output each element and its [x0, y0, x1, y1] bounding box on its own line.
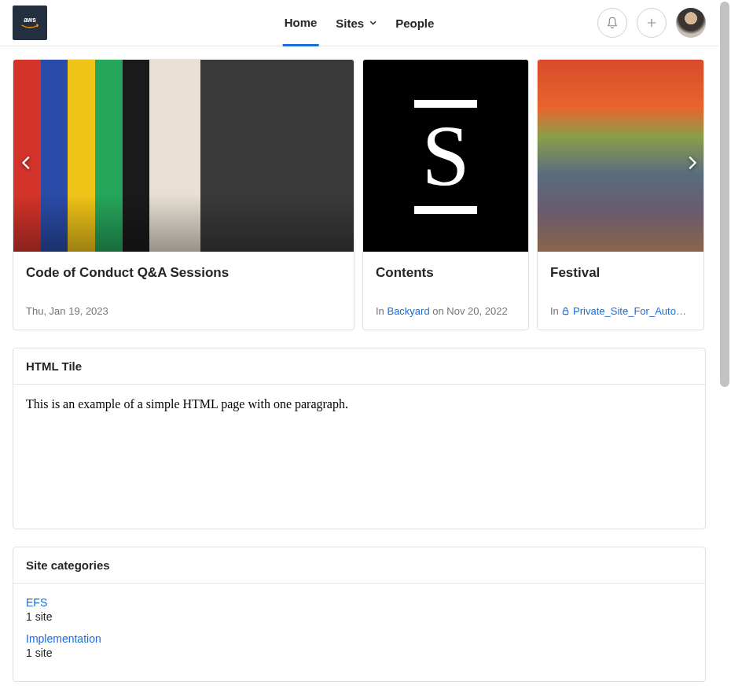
- user-avatar[interactable]: [676, 8, 706, 38]
- card-carousel: Code of Conduct Q&A Sessions Thu, Jan 19…: [13, 59, 706, 330]
- category-item: Implementation 1 site: [26, 632, 692, 659]
- plus-icon: [645, 16, 659, 30]
- nav-sites-label: Sites: [336, 17, 364, 30]
- category-count: 1 site: [26, 610, 692, 623]
- card-meta-prefix: In: [550, 305, 561, 317]
- card-title: Contents: [376, 264, 516, 282]
- category-item: EFS 1 site: [26, 596, 692, 623]
- top-header: aws Home Sites People: [0, 0, 718, 46]
- aws-logo-icon: aws: [18, 15, 42, 31]
- card-image: S: [363, 60, 528, 252]
- bell-icon: [605, 16, 619, 30]
- nav-home[interactable]: Home: [283, 1, 319, 46]
- category-count: 1 site: [26, 647, 692, 659]
- card-meta: Thu, Jan 19, 2023: [26, 305, 341, 317]
- carousel-next-button[interactable]: [681, 152, 703, 174]
- html-tile-panel: HTML Tile This is an example of a simple…: [13, 348, 706, 529]
- scrollbar[interactable]: [718, 0, 731, 700]
- nav-sites[interactable]: Sites: [334, 0, 378, 46]
- add-button[interactable]: [637, 8, 667, 38]
- card-meta-text: Thu, Jan 19, 2023: [26, 305, 108, 317]
- card-meta-link[interactable]: Private_Site_For_Automati…: [573, 305, 691, 317]
- card-body: Festival In Private_Site_For_Automati…: [538, 252, 703, 330]
- svg-rect-1: [564, 311, 568, 315]
- card-meta-prefix: In: [376, 305, 387, 317]
- chevron-left-icon: [18, 154, 35, 171]
- card-body: Contents In Backyard on Nov 20, 2022: [363, 252, 528, 330]
- card-meta-suffix: on Nov 20, 2022: [430, 305, 508, 317]
- carousel-card[interactable]: S Contents In Backyard on Nov 20, 2022: [362, 59, 529, 330]
- category-link[interactable]: EFS: [26, 596, 692, 609]
- card-meta: In Private_Site_For_Automati…: [550, 305, 691, 317]
- main-content: Code of Conduct Q&A Sessions Thu, Jan 19…: [0, 46, 718, 682]
- chevron-right-icon: [683, 154, 700, 171]
- carousel-card[interactable]: Code of Conduct Q&A Sessions Thu, Jan 19…: [13, 59, 354, 330]
- nav-people-label: People: [395, 17, 434, 30]
- card-image: [13, 60, 354, 252]
- header-actions: [597, 8, 706, 38]
- panel-title: HTML Tile: [13, 348, 705, 385]
- scrollbar-thumb[interactable]: [720, 2, 729, 387]
- panel-body: This is an example of a simple HTML page…: [13, 385, 705, 529]
- panel-title: Site categories: [13, 547, 705, 584]
- html-tile-paragraph: This is an example of a simple HTML page…: [26, 397, 692, 411]
- card-body: Code of Conduct Q&A Sessions Thu, Jan 19…: [13, 252, 354, 330]
- carousel-prev-button[interactable]: [16, 152, 38, 174]
- main-nav: Home Sites People: [283, 0, 436, 46]
- aws-logo[interactable]: aws: [13, 6, 47, 40]
- card-image: [538, 60, 703, 252]
- chevron-down-icon: [369, 19, 377, 27]
- nav-home-label: Home: [285, 16, 318, 29]
- carousel-card[interactable]: Festival In Private_Site_For_Automati…: [537, 59, 704, 330]
- lock-icon: [561, 307, 570, 315]
- site-categories-panel: Site categories EFS 1 site Implementatio…: [13, 547, 706, 682]
- card-meta-link[interactable]: Backyard: [387, 305, 429, 317]
- notifications-button[interactable]: [597, 8, 627, 38]
- card-meta: In Backyard on Nov 20, 2022: [376, 305, 516, 317]
- panel-body: EFS 1 site Implementation 1 site: [13, 584, 705, 681]
- nav-people[interactable]: People: [394, 0, 435, 46]
- card-title: Festival: [550, 264, 691, 282]
- card-title: Code of Conduct Q&A Sessions: [26, 264, 341, 282]
- svg-text:aws: aws: [24, 17, 36, 24]
- category-link[interactable]: Implementation: [26, 632, 692, 645]
